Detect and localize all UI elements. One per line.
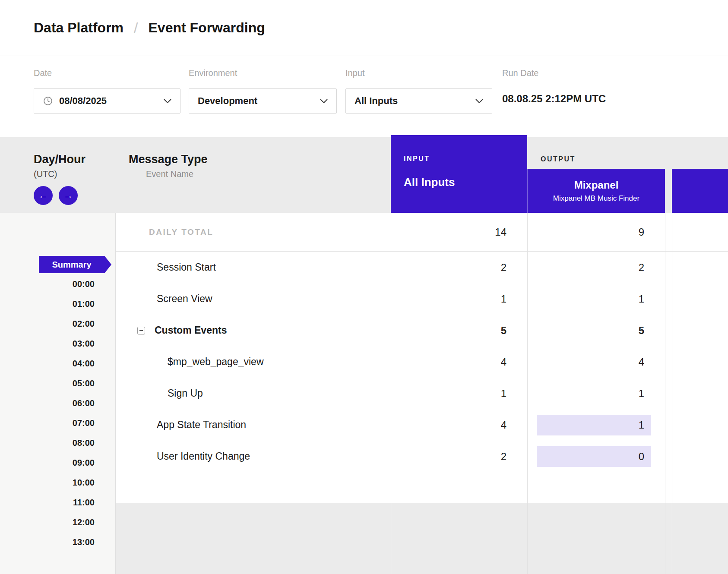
day-hour-title: Day/Hour	[34, 153, 116, 166]
table-body: DAILY TOTAL 14 9 Session Start 2 2 Scree…	[0, 213, 728, 574]
table-row: User Identity Change 2 0	[116, 441, 728, 472]
value: 4	[501, 419, 506, 431]
hour-list: 00:0001:0002:0003:0004:0005:0006:0007:00…	[0, 274, 115, 552]
day-nav: ← →	[34, 186, 116, 205]
spacer-cell	[665, 315, 728, 346]
value: 1	[501, 388, 506, 400]
input-section-label: INPUT	[404, 155, 527, 163]
input-count: 4	[391, 346, 527, 378]
summary-tab[interactable]: Summary	[39, 256, 111, 273]
highlighted-cell[interactable]: 1	[537, 415, 651, 435]
column-divider	[672, 213, 672, 574]
input-count: 1	[391, 283, 527, 315]
collapse-icon[interactable]	[137, 327, 145, 334]
hour-item[interactable]: 03:00	[0, 334, 115, 353]
date-select[interactable]: 08/08/2025	[34, 88, 180, 114]
daily-total-row: DAILY TOTAL 14 9	[116, 213, 728, 252]
event-name-label: Custom Events	[155, 325, 227, 336]
input-count: 2	[391, 441, 527, 472]
spacer-cell	[665, 409, 728, 441]
value: 4	[639, 356, 644, 368]
mixpanel-column-subtitle: Mixpanel MB Music Finder	[553, 194, 639, 203]
event-name: App State Transition	[116, 409, 391, 441]
hour-item[interactable]: 10:00	[0, 473, 115, 492]
date-select-value: 08/08/2025	[59, 95, 107, 107]
chevron-down-icon	[164, 99, 171, 104]
value: 1	[639, 419, 644, 431]
previous-day-button[interactable]: ←	[34, 186, 53, 205]
input-column-title: All Inputs	[404, 176, 527, 189]
input-select[interactable]: All Inputs	[345, 88, 492, 114]
input-filter: Input All Inputs	[345, 68, 492, 114]
table-footer-band	[116, 503, 728, 574]
output-count: 5	[527, 315, 665, 346]
day-hour-sidebar: Summary 00:0001:0002:0003:0004:0005:0006…	[0, 213, 116, 574]
spacer-cell	[665, 213, 728, 251]
run-date: Run Date 08.08.25 2:12PM UTC	[502, 68, 606, 105]
hour-item[interactable]: 07:00	[0, 413, 115, 433]
next-day-button[interactable]: →	[59, 186, 78, 205]
event-name-label: User Identity Change	[157, 451, 250, 462]
event-name-label: Screen View	[157, 293, 212, 305]
value: 5	[639, 325, 644, 337]
breadcrumb-section[interactable]: Data Platform	[34, 20, 123, 36]
table-row: Session Start 2 2	[116, 252, 728, 283]
event-name: User Identity Change	[116, 441, 391, 472]
input-count: 2	[391, 252, 527, 283]
hour-item[interactable]: 02:00	[0, 314, 115, 334]
environment-select-value: Development	[198, 95, 257, 107]
daily-total-output: 9	[527, 213, 665, 251]
hour-item[interactable]: 12:00	[0, 512, 115, 532]
chevron-down-icon	[320, 99, 328, 104]
breadcrumb: Data Platform / Event Forwarding	[0, 0, 728, 56]
highlighted-cell[interactable]: 0	[537, 446, 651, 467]
event-name-label: $mp_web_page_view	[168, 356, 264, 368]
environment-filter: Environment Development	[189, 68, 337, 114]
value: 0	[639, 451, 644, 463]
environment-select[interactable]: Development	[189, 88, 337, 114]
hour-item[interactable]: 11:00	[0, 492, 115, 512]
date-filter: Date 08/08/2025	[34, 68, 180, 114]
page-title: Event Forwarding	[149, 20, 265, 36]
hour-item[interactable]: 00:00	[0, 274, 115, 294]
hour-item[interactable]: 13:00	[0, 532, 115, 552]
spacer-cell	[665, 378, 728, 409]
input-count: 5	[391, 315, 527, 346]
next-output-column-header[interactable]	[672, 169, 728, 213]
event-name: Screen View	[116, 283, 391, 315]
date-filter-label: Date	[34, 68, 180, 78]
spacer-cell	[665, 441, 728, 472]
value: 1	[639, 388, 644, 400]
hour-item[interactable]: 04:00	[0, 353, 115, 373]
hour-item[interactable]: 05:00	[0, 373, 115, 393]
event-forwarding-page: Data Platform / Event Forwarding Date 08…	[0, 0, 728, 574]
hour-item[interactable]: 06:00	[0, 393, 115, 413]
message-type-header: Message Type Event Name	[116, 137, 391, 179]
daily-total-label: DAILY TOTAL	[116, 213, 391, 251]
event-name: Sign Up	[116, 378, 391, 409]
value: 1	[639, 293, 644, 305]
input-count: 4	[391, 409, 527, 441]
message-type-subtitle: Event Name	[129, 169, 391, 179]
daily-total-input: 14	[391, 213, 527, 251]
run-date-value: 08.08.25 2:12PM UTC	[502, 93, 606, 105]
table-row: Screen View 1 1	[116, 283, 728, 315]
column-divider	[391, 213, 391, 574]
mixpanel-column-header[interactable]: Mixpanel Mixpanel MB Music Finder	[527, 169, 665, 213]
column-divider	[665, 213, 665, 574]
hour-item[interactable]: 08:00	[0, 433, 115, 453]
rows-area: DAILY TOTAL 14 9 Session Start 2 2 Scree…	[116, 213, 728, 503]
clock-icon	[43, 96, 53, 106]
hour-item[interactable]: 09:00	[0, 453, 115, 473]
spacer-cell	[665, 346, 728, 378]
chevron-down-icon	[475, 99, 483, 104]
input-column-header[interactable]: INPUT All Inputs	[391, 135, 527, 213]
value: 2	[501, 451, 506, 463]
value: 9	[639, 226, 644, 238]
column-divider	[527, 213, 528, 574]
output-count-highlighted: 0	[527, 441, 665, 472]
output-count-highlighted: 1	[527, 409, 665, 441]
output-count: 1	[527, 378, 665, 409]
hour-item[interactable]: 01:00	[0, 294, 115, 314]
environment-filter-label: Environment	[189, 68, 337, 78]
